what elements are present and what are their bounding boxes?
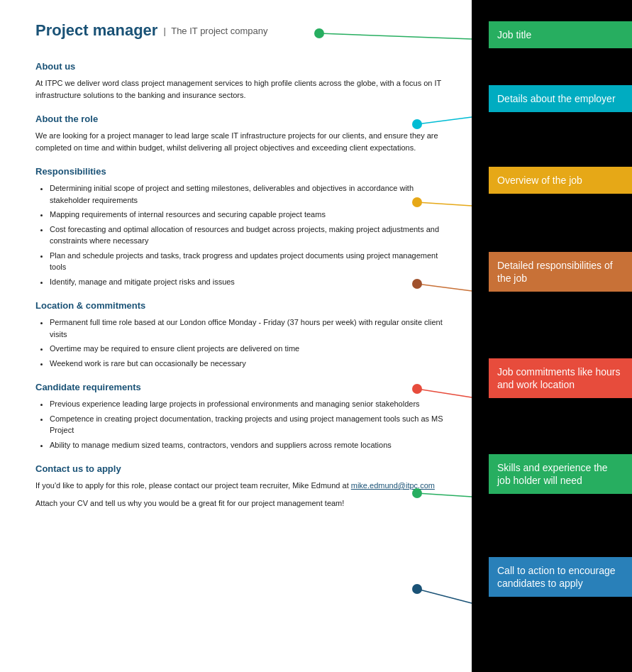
annotation-employer: Details about the employer — [489, 85, 632, 112]
annotation-commitments: Job commitments like hours and work loca… — [489, 358, 632, 398]
list-item: Ability to manage medium sized teams, co… — [50, 439, 447, 451]
about-us-heading: About us — [35, 61, 447, 72]
responsibilities-heading: Responsibilities — [35, 166, 447, 177]
location-heading: Location & commitments — [35, 300, 447, 311]
list-item: Cost forecasting and optimal allocation … — [50, 224, 447, 247]
contact-email-link[interactable]: mike.edmund@itpc.com — [351, 481, 435, 490]
location-list: Permanent full time role based at our Lo… — [50, 316, 447, 369]
annotation-responsibilities: Detailed responsibilities of the job — [489, 252, 632, 292]
document-panel: Project manager | The IT project company… — [0, 0, 472, 672]
responsibilities-list: Determining initial scope of project and… — [50, 182, 447, 287]
list-item: Permanent full time role based at our Lo… — [50, 316, 447, 340]
annotation-job-title-label: Job title — [497, 29, 531, 40]
annotation-skills-label: Skills and experience the job holder wil… — [497, 462, 608, 486]
list-item: Plan and schedule projects and tasks, tr… — [50, 250, 447, 273]
annotation-panel: Job title Details about the employer Ove… — [472, 0, 632, 672]
annotation-cta: Call to action to encourage candidates t… — [489, 557, 632, 597]
about-us-body: At ITPC we deliver word class project ma… — [35, 77, 447, 101]
list-item: Determining initial scope of project and… — [50, 182, 447, 206]
contact-body2: Attach your CV and tell us why you would… — [35, 497, 447, 509]
contact-heading: Contact us to apply — [35, 463, 447, 474]
about-role-body: We are looking for a project manager to … — [35, 130, 447, 153]
location-section: Location & commitments Permanent full ti… — [35, 300, 447, 369]
job-title: Project manager — [35, 21, 157, 40]
job-title-line: Project manager | The IT project company — [35, 21, 447, 40]
annotation-overview-label: Overview of the job — [497, 175, 582, 186]
list-item: Mapping requirements of internal resourc… — [50, 209, 447, 221]
candidate-heading: Candidate requirements — [35, 382, 447, 392]
annotation-commitments-label: Job commitments like hours and work loca… — [497, 366, 621, 390]
about-role-section: About the role We are looking for a proj… — [35, 114, 447, 153]
list-item: Overtime may be required to ensure clien… — [50, 343, 447, 355]
main-container: Project manager | The IT project company… — [0, 0, 632, 672]
annotation-responsibilities-label: Detailed responsibilities of the job — [497, 260, 613, 284]
separator: | — [163, 26, 165, 36]
contact-section: Contact us to apply If you'd like to app… — [35, 463, 447, 509]
about-role-heading: About the role — [35, 114, 447, 124]
list-item: Previous experience leading large projec… — [50, 398, 447, 410]
annotation-overview: Overview of the job — [489, 167, 632, 194]
annotation-skills: Skills and experience the job holder wil… — [489, 454, 632, 494]
company-name-text: The IT project company — [171, 26, 267, 36]
annotation-cta-label: Call to action to encourage candidates t… — [497, 565, 616, 589]
company-name: | The IT project company — [163, 26, 267, 36]
annotation-job-title: Job title — [489, 21, 632, 48]
list-item: Weekend work is rare but can occasionall… — [50, 358, 447, 370]
responsibilities-section: Responsibilities Determining initial sco… — [35, 166, 447, 287]
about-us-section: About us At ITPC we deliver word class p… — [35, 61, 447, 101]
list-item: Competence in creating project documenta… — [50, 413, 447, 436]
list-item: Identify, manage and mitigate project ri… — [50, 276, 447, 288]
candidate-list: Previous experience leading large projec… — [50, 398, 447, 451]
contact-body1: If you'd like to apply for this role, pl… — [35, 480, 447, 492]
annotation-employer-label: Details about the employer — [497, 93, 616, 104]
candidate-section: Candidate requirements Previous experien… — [35, 382, 447, 451]
